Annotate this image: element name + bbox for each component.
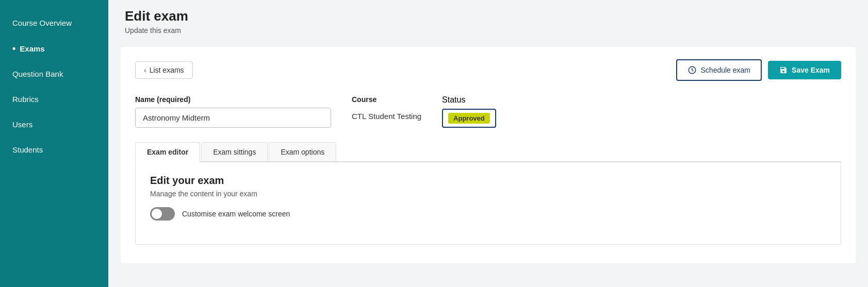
chevron-left-icon: ‹ — [144, 66, 146, 74]
customise-welcome-toggle[interactable] — [150, 207, 175, 221]
name-input[interactable] — [135, 108, 331, 128]
sidebar-item-label: Exams — [20, 44, 44, 53]
sidebar-item-rubrics[interactable]: Rubrics — [0, 87, 108, 112]
save-icon — [779, 66, 788, 74]
sidebar-item-label: Students — [12, 145, 43, 154]
sidebar-item-label: Course Overview — [12, 19, 72, 27]
toggle-row: Customise exam welcome screen — [150, 207, 826, 221]
top-bar: ‹ List exams Schedule exam Save Exam — [135, 59, 841, 81]
name-field-group: Name (required) — [135, 95, 331, 128]
sidebar-item-label: Question Bank — [12, 70, 63, 78]
save-exam-label: Save Exam — [792, 66, 830, 74]
course-field-group: Course CTL Student Testing — [352, 95, 421, 121]
sidebar-item-students[interactable]: Students — [0, 137, 108, 162]
tab-exam-sittings-label: Exam sittings — [213, 148, 256, 156]
save-exam-button[interactable]: Save Exam — [768, 61, 841, 79]
sidebar: Course Overview • Exams Question Bank Ru… — [0, 0, 108, 287]
content-area: ‹ List exams Schedule exam Save Exam — [121, 47, 856, 263]
page-subtitle: Update this exam — [125, 26, 851, 35]
course-label: Course — [352, 95, 421, 104]
page-title: Edit exam — [125, 8, 851, 24]
tabs: Exam editor Exam sittings Exam options — [135, 142, 841, 162]
toggle-label: Customise exam welcome screen — [182, 210, 290, 218]
tab-content: Edit your exam Manage the content in you… — [135, 162, 841, 245]
sidebar-item-users[interactable]: Users — [0, 112, 108, 137]
bullet-icon: • — [12, 44, 15, 53]
status-badge-wrapper: Approved — [442, 109, 496, 128]
status-label: Status — [442, 95, 496, 105]
sidebar-item-course-overview[interactable]: Course Overview — [0, 10, 108, 36]
tab-exam-editor[interactable]: Exam editor — [135, 142, 200, 162]
course-value: CTL Student Testing — [352, 108, 421, 121]
page-header: Edit exam Update this exam — [108, 0, 868, 39]
tab-exam-sittings[interactable]: Exam sittings — [201, 142, 268, 161]
tab-section-subtitle: Manage the content in your exam — [150, 190, 826, 198]
tab-exam-options[interactable]: Exam options — [269, 142, 336, 161]
list-exams-button[interactable]: ‹ List exams — [135, 61, 193, 79]
sidebar-item-label: Rubrics — [12, 95, 39, 104]
schedule-exam-button[interactable]: Schedule exam — [676, 59, 762, 81]
top-bar-right: Schedule exam Save Exam — [676, 59, 841, 81]
sidebar-item-exams[interactable]: • Exams — [0, 36, 108, 61]
list-exams-label: List exams — [150, 66, 184, 74]
clock-icon — [687, 65, 697, 75]
name-label: Name (required) — [135, 95, 331, 104]
tab-exam-options-label: Exam options — [281, 148, 324, 156]
status-badge: Approved — [448, 113, 490, 124]
main-content: Edit exam Update this exam ‹ List exams … — [108, 0, 868, 287]
tab-section-title: Edit your exam — [150, 175, 826, 187]
form-row: Name (required) Course CTL Student Testi… — [135, 95, 841, 128]
sidebar-item-question-bank[interactable]: Question Bank — [0, 61, 108, 87]
schedule-exam-label: Schedule exam — [701, 66, 751, 74]
status-field-group: Status Approved — [442, 95, 496, 128]
sidebar-item-label: Users — [12, 120, 32, 129]
tab-exam-editor-label: Exam editor — [147, 148, 188, 156]
